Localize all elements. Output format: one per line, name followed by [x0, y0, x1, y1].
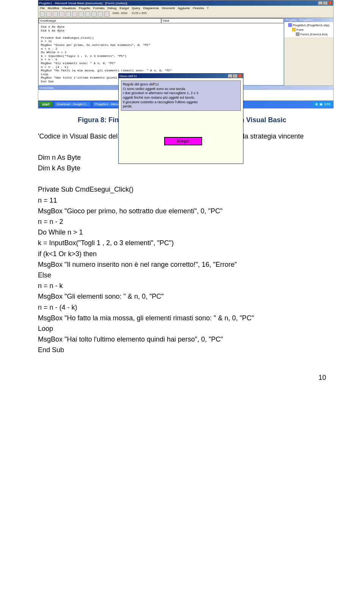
toolbar: 2880, 3600 3135 x 855 [38, 11, 333, 18]
menu-query[interactable]: Query [132, 6, 140, 10]
menu-diagram[interactable]: Diagramma [143, 6, 158, 10]
project-panel: Progetto - Progetto1 × Progetto1 (Proget… [284, 18, 333, 85]
toolbar-btn[interactable] [53, 11, 58, 17]
window-controls: _ □ × [318, 1, 333, 5]
page-number: 10 [38, 374, 326, 382]
doc-line: if (k<1 Or k>3) then [38, 249, 326, 259]
maximize-icon[interactable]: □ [233, 74, 237, 78]
doc-line: Do While n > 1 [38, 228, 326, 237]
tree-item-label: Form1 (Form11.frm) [300, 33, 328, 36]
doc-line: Private Sub CmdEsegui_Click() [38, 185, 326, 194]
procedure-combo[interactable]: Click [161, 18, 284, 23]
form-titlebar: Gioco dell'11 _ □ × [119, 74, 243, 78]
doc-line: n = n - 2 [38, 217, 326, 227]
start-button[interactable]: start [39, 102, 53, 107]
folder-icon [292, 28, 296, 31]
toolbar-btn[interactable] [72, 11, 77, 17]
toolbar-btn[interactable] [66, 11, 71, 17]
menu-help[interactable]: ? [207, 6, 209, 10]
menu-file[interactable]: File [40, 6, 45, 10]
minimize-icon[interactable]: _ [318, 1, 323, 5]
menu-format[interactable]: Formato [93, 6, 105, 10]
close-icon[interactable]: × [238, 74, 242, 78]
task-item[interactable]: Download - Google C... [54, 101, 91, 107]
doc-line: Loop [38, 324, 326, 334]
tree-folder-label: Form [297, 28, 304, 31]
doc-line: Dim k As Byte [38, 164, 326, 173]
toolbar-btn[interactable] [91, 11, 97, 17]
menubar: File Modifica Visualizza Progetto Format… [38, 6, 333, 11]
tree-root-label: Progetto1 (Progetto11.vbp) [293, 24, 329, 27]
form-icon [296, 32, 300, 36]
tray-icon[interactable]: ▣ [320, 102, 323, 106]
doc-line: MsgBox "Gli elementi sono: " & n, 0, "PC… [38, 292, 326, 301]
doc-line: End Sub [38, 345, 326, 355]
doc-line: n = n - k [38, 281, 326, 291]
vb-titlebar: Progetto1 - Microsoft Visual Basic [esec… [38, 0, 333, 6]
toolbar-btn[interactable] [104, 11, 110, 17]
doc-line: MsgBox "Hai tolto l'ultimo elemento quin… [38, 335, 326, 344]
doc-line: n = 11 [38, 196, 326, 205]
menu-debug[interactable]: Debug [108, 6, 117, 10]
close-icon[interactable]: × [328, 1, 333, 5]
toolbar-btn[interactable] [85, 11, 90, 17]
clock: 9.55 [324, 102, 330, 106]
doc-line: MsgBox "Il numero inserito non è nel ran… [38, 260, 326, 269]
toolbar-btn[interactable] [40, 11, 45, 17]
close-icon[interactable]: × [330, 18, 332, 22]
project-panel-title: Progetto - Progetto1 [286, 18, 313, 22]
doc-line: MsgBox "Gioco per primo, ho sottratto du… [38, 206, 326, 216]
rules-label: Regole del gioco dell'11 Ci sono undici … [121, 80, 241, 111]
object-combo[interactable]: CmdEsegui [39, 18, 161, 23]
tree-root[interactable]: Progetto1 (Progetto11.vbp) [285, 23, 333, 27]
window-title: Progetto1 - Microsoft Visual Basic [esec… [39, 2, 127, 5]
code-pane: CmdEsegui Click Dim n As Byte Dim k As B… [38, 18, 284, 85]
tree-item[interactable]: Form1 (Form11.frm) [285, 32, 333, 36]
form-title: Gioco dell'11 [119, 74, 137, 78]
menu-view[interactable]: Visualizza [62, 6, 76, 10]
toolbar-btn[interactable] [98, 11, 103, 17]
toolbar-btn[interactable] [46, 11, 52, 17]
maximize-icon[interactable]: □ [323, 1, 328, 5]
menu-run[interactable]: Esegui [119, 6, 129, 10]
tree-folder[interactable]: Form [285, 27, 333, 32]
doc-line: k = InputBox("Togli 1 , 2, o 3 elementi"… [38, 238, 326, 248]
minimize-icon[interactable]: _ [228, 74, 232, 78]
vb-screenshot: Progetto1 - Microsoft Visual Basic [esec… [38, 0, 334, 109]
systray: ◐ ▣ 9.55 [313, 102, 333, 107]
menu-edit[interactable]: Modifica [48, 6, 59, 10]
form-window: Gioco dell'11 _ □ × Regole del gioco del… [118, 73, 243, 164]
toolbar-btn[interactable] [78, 11, 84, 17]
close-icon[interactable]: × [330, 86, 332, 90]
doc-line: MsgBox "Ho fatto la mia mossa, gli eleme… [38, 313, 326, 323]
doc-line: n = n - (4 - k) [38, 303, 326, 312]
document-body: 'Codice in Visual Basic del gioco dell'u… [38, 132, 326, 355]
immediate-title: Immediata [39, 86, 53, 90]
tray-icon[interactable]: ◐ [315, 102, 318, 106]
project-icon [288, 23, 292, 27]
toolbar-btn[interactable] [59, 11, 64, 17]
menu-tools[interactable]: Strumenti [162, 6, 175, 10]
menu-project[interactable]: Progetto [79, 6, 90, 10]
doc-line: Else [38, 271, 326, 280]
coord-2: 3135 x 855 [130, 11, 148, 17]
coord-1: 2880, 3600 [111, 11, 129, 17]
menu-addins[interactable]: Aggiunte [178, 6, 190, 10]
menu-window[interactable]: Finestra [193, 6, 204, 10]
esegui-button[interactable]: Esegui [164, 137, 202, 145]
